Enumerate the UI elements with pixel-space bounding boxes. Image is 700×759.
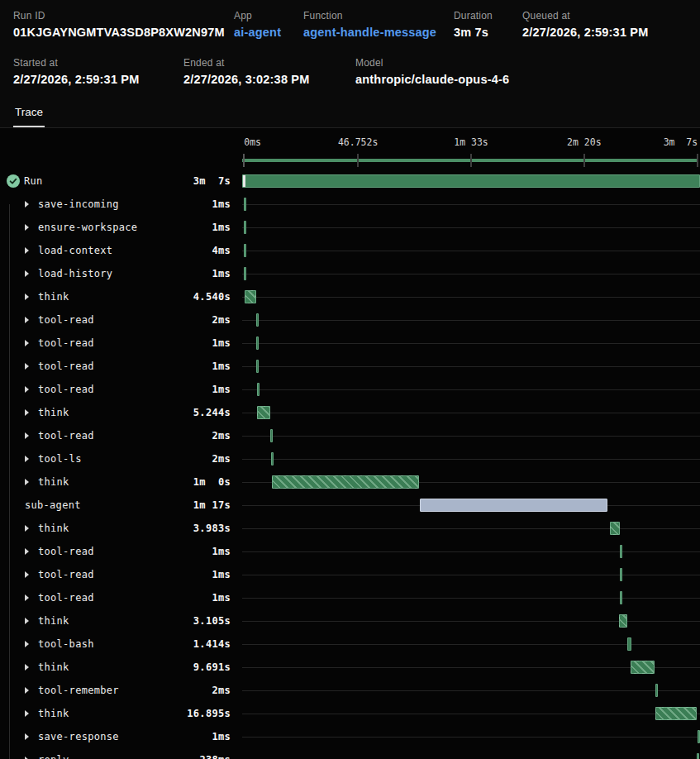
- expand-caret-icon[interactable]: [25, 525, 38, 532]
- span-name: tool-read: [38, 384, 94, 395]
- tab-trace[interactable]: Trace: [13, 103, 45, 127]
- expand-caret-icon[interactable]: [25, 594, 38, 601]
- run-meta-row-1: Run ID 01KJGAYNGMTVA3SD8P8XW2N97M App ai…: [13, 10, 687, 39]
- trace-row-label-cell: tool-read1ms: [0, 546, 242, 557]
- timeline-minimap[interactable]: [242, 151, 700, 169]
- function-link[interactable]: agent-handle-message: [303, 26, 454, 39]
- span-bar[interactable]: [256, 313, 259, 327]
- span-bar[interactable]: [610, 522, 620, 535]
- minimap-tick: [697, 154, 698, 167]
- expand-caret-icon[interactable]: [25, 409, 38, 416]
- expand-caret-icon[interactable]: [25, 247, 38, 254]
- trace-row[interactable]: think1m 0s: [0, 470, 700, 494]
- trace-row[interactable]: tool-read1ms: [0, 586, 700, 609]
- expand-caret-icon[interactable]: [25, 641, 38, 647]
- expand-caret-icon[interactable]: [25, 664, 38, 671]
- trace-row-label-cell: tool-bash1.414s: [0, 638, 242, 650]
- axis-tick-label: 0ms: [244, 136, 261, 148]
- timeline-header: 0ms46.752s1m 33s2m 20s3m 7s: [242, 135, 700, 169]
- span-name: think: [38, 407, 69, 418]
- expand-caret-icon[interactable]: [25, 479, 38, 485]
- trace-row[interactable]: tool-read1ms: [0, 563, 700, 586]
- trace-row-track: [242, 702, 700, 725]
- trace-row[interactable]: tool-remember2ms: [0, 679, 700, 702]
- span-bar[interactable]: [627, 637, 631, 651]
- trace-row[interactable]: tool-read2ms: [0, 424, 700, 447]
- span-bar[interactable]: [655, 684, 658, 697]
- trace-row[interactable]: load-history1ms: [0, 262, 700, 285]
- span-bar[interactable]: [244, 198, 246, 211]
- span-bar[interactable]: [242, 174, 700, 188]
- span-bar[interactable]: [620, 545, 622, 558]
- span-bar[interactable]: [631, 661, 655, 674]
- span-bar[interactable]: [257, 406, 270, 419]
- trace-row[interactable]: sub-agent1m 17s: [0, 494, 700, 517]
- trace-row[interactable]: think16.895s: [0, 702, 700, 725]
- trace-row[interactable]: reply238ms: [0, 748, 700, 759]
- trace-row[interactable]: tool-read1ms: [0, 378, 700, 401]
- trace-row[interactable]: ensure-workspace1ms: [0, 216, 700, 239]
- trace-row[interactable]: save-response1ms: [0, 725, 700, 748]
- app-link[interactable]: ai-agent: [234, 26, 303, 39]
- expand-caret-icon[interactable]: [25, 548, 38, 555]
- expand-caret-icon[interactable]: [25, 386, 38, 393]
- trace-row[interactable]: think4.540s: [0, 285, 700, 308]
- span-name: tool-read: [38, 430, 94, 442]
- expand-caret-icon[interactable]: [25, 618, 38, 624]
- trace-row[interactable]: save-incoming1ms: [0, 193, 700, 216]
- trace-row[interactable]: think3.105s: [0, 609, 700, 632]
- trace-row-track: [242, 239, 700, 262]
- expand-caret-icon[interactable]: [25, 571, 38, 578]
- caret-right-icon: [25, 363, 29, 370]
- expand-caret-icon[interactable]: [25, 710, 38, 717]
- expand-caret-icon[interactable]: [25, 733, 38, 740]
- trace-row[interactable]: tool-read1ms: [0, 355, 700, 378]
- span-bar[interactable]: [620, 568, 622, 581]
- expand-caret-icon[interactable]: [25, 224, 38, 231]
- expand-caret-icon[interactable]: [25, 201, 38, 208]
- span-bar[interactable]: [697, 753, 699, 759]
- span-bar[interactable]: [620, 591, 622, 604]
- span-bar[interactable]: [244, 221, 246, 234]
- trace-row[interactable]: tool-read1ms: [0, 332, 700, 355]
- span-bar[interactable]: [257, 383, 260, 396]
- caret-right-icon: [25, 479, 29, 485]
- trace-row[interactable]: Run3m 7s: [0, 169, 700, 193]
- expand-caret-icon[interactable]: [25, 432, 38, 439]
- span-bar[interactable]: [256, 337, 259, 350]
- expand-caret-icon[interactable]: [25, 340, 38, 346]
- span-bar[interactable]: [256, 360, 259, 373]
- trace-row-track: [242, 262, 700, 285]
- timeline-axis: 0ms46.752s1m 33s2m 20s3m 7s: [242, 135, 700, 151]
- trace-row[interactable]: tool-bash1.414s: [0, 632, 700, 656]
- expand-caret-icon[interactable]: [25, 456, 38, 462]
- trace-row[interactable]: tool-ls2ms: [0, 447, 700, 470]
- span-bar[interactable]: [272, 475, 419, 489]
- trace-row[interactable]: think3.983s: [0, 517, 700, 540]
- expand-caret-icon[interactable]: [25, 363, 38, 370]
- span-bar[interactable]: [420, 499, 607, 512]
- span-bar[interactable]: [244, 244, 246, 257]
- span-bar[interactable]: [271, 452, 274, 465]
- span-bar[interactable]: [655, 707, 697, 720]
- span-bar[interactable]: [619, 614, 627, 628]
- trace-row-label-cell: think1m 0s: [0, 476, 242, 488]
- queued-at-value: 2/27/2026, 2:59:31 PM: [522, 26, 687, 39]
- trace-row[interactable]: think9.691s: [0, 656, 700, 679]
- trace-row[interactable]: tool-read2ms: [0, 308, 700, 332]
- expand-caret-icon[interactable]: [25, 270, 38, 277]
- trace-row[interactable]: tool-read1ms: [0, 540, 700, 563]
- span-bar[interactable]: [270, 429, 273, 442]
- minimap-tick: [583, 154, 585, 167]
- span-bar[interactable]: [245, 290, 256, 303]
- span-name: think: [38, 476, 69, 488]
- expand-caret-icon[interactable]: [25, 317, 38, 323]
- trace-row[interactable]: think5.244s: [0, 401, 700, 424]
- caret-right-icon: [25, 270, 29, 277]
- caret-right-icon: [25, 317, 29, 323]
- trace-row[interactable]: load-context4ms: [0, 239, 700, 262]
- expand-caret-icon[interactable]: [25, 294, 38, 300]
- expand-caret-icon[interactable]: [25, 687, 38, 694]
- span-bar[interactable]: [244, 267, 246, 280]
- trace-row-track: [242, 447, 700, 470]
